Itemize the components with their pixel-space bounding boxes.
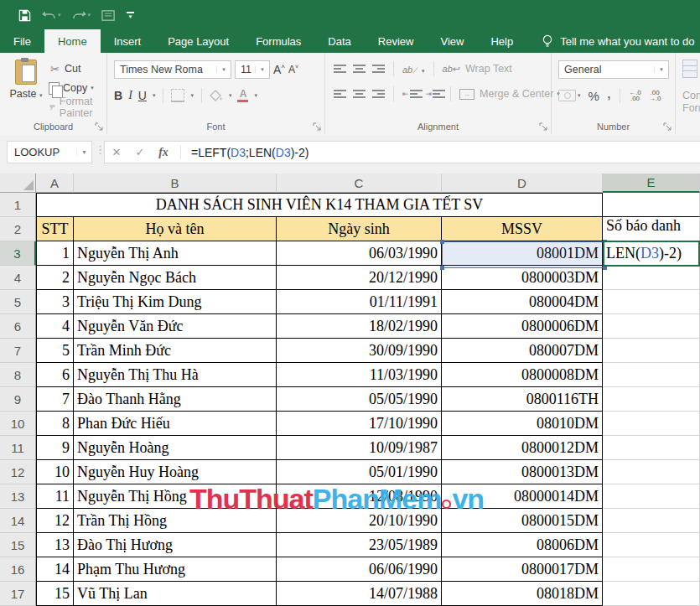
touch-mode-icon[interactable]: [101, 9, 116, 22]
cell-name-header[interactable]: Họ và tên: [74, 217, 277, 241]
row-header-2[interactable]: 2: [0, 217, 36, 241]
borders-button[interactable]: [171, 89, 184, 102]
tab-data[interactable]: Data: [314, 29, 364, 53]
cell-E14[interactable]: [603, 509, 700, 533]
cell-A16[interactable]: 14: [36, 557, 74, 582]
cell-B3[interactable]: Nguyễn Thị Anh: [74, 241, 277, 266]
column-header-A[interactable]: A: [36, 174, 74, 193]
row-header-6[interactable]: 6: [0, 314, 36, 339]
insert-function-button[interactable]: fx: [152, 146, 175, 159]
font-size-combobox[interactable]: 11 ▾: [235, 60, 270, 79]
save-icon[interactable]: [18, 9, 31, 22]
redo-icon[interactable]: ▾: [72, 9, 91, 21]
middle-align-button[interactable]: [353, 65, 366, 73]
row-header-15[interactable]: 15: [0, 533, 36, 557]
tab-insert[interactable]: Insert: [101, 29, 155, 53]
name-box-dropdown-icon[interactable]: ▾: [76, 148, 91, 156]
clipboard-dialog-launcher[interactable]: [95, 122, 104, 132]
cell-D8[interactable]: 0800008DM: [442, 363, 603, 387]
cell-D5[interactable]: 080004DM: [442, 290, 603, 314]
cell-C12[interactable]: 05/01/1990: [277, 460, 442, 484]
cell-A13[interactable]: 11: [36, 484, 74, 509]
cell-C16[interactable]: 06/06/1990: [277, 557, 442, 582]
underline-dropdown-icon[interactable]: ▾: [153, 92, 156, 99]
cell-A5[interactable]: 3: [36, 290, 74, 314]
accounting-format-button[interactable]: ▾: [558, 90, 581, 101]
cell-D15[interactable]: 08006DM: [442, 533, 603, 557]
cell-E3-editing[interactable]: LEN(D3)-2): [603, 241, 700, 267]
customize-qat-icon[interactable]: ▾: [127, 12, 134, 18]
row-header-3[interactable]: 3: [0, 241, 36, 266]
cell-B6[interactable]: Nguyễn Văn Đức: [74, 314, 277, 339]
cell-C7[interactable]: 30/09/1990: [277, 339, 442, 363]
percent-style-button[interactable]: %: [589, 89, 599, 103]
formula-input[interactable]: =LEFT(D3;LEN(D3)-2): [186, 146, 309, 159]
cell-C10[interactable]: 17/10/1990: [277, 412, 442, 436]
cell-title[interactable]: DANH SÁCH SINH VIÊN K14 THAM GIA TẾT SV: [36, 193, 603, 217]
increase-decimal-button[interactable]: ←.0.00: [629, 90, 641, 101]
increase-font-size-button[interactable]: A˄: [273, 63, 285, 76]
cell-C15[interactable]: 23/05/1989: [277, 533, 442, 557]
cell-B5[interactable]: Triệu Thị Kim Dung: [74, 290, 277, 314]
cell-D9[interactable]: 0800116TH: [442, 387, 603, 412]
cell-E8[interactable]: [603, 363, 700, 387]
cell-E9[interactable]: [603, 387, 700, 412]
italic-button[interactable]: I: [128, 89, 132, 102]
column-header-D[interactable]: D: [442, 174, 603, 193]
align-center-button[interactable]: [353, 90, 366, 98]
align-left-button[interactable]: [334, 90, 346, 98]
row-header-8[interactable]: 8: [0, 363, 36, 387]
tab-view[interactable]: View: [427, 29, 477, 53]
cell-A9[interactable]: 7: [36, 387, 74, 412]
cell-E4[interactable]: [603, 266, 700, 290]
cell-E11[interactable]: [603, 436, 700, 460]
cell-B11[interactable]: Nguyễn Hoàng: [74, 436, 277, 460]
top-align-button[interactable]: [334, 65, 346, 73]
tab-page-layout[interactable]: Page Layout: [154, 29, 242, 53]
name-box[interactable]: LOOKUP ▾: [7, 141, 92, 163]
bottom-align-button[interactable]: [372, 65, 385, 73]
row-header-11[interactable]: 11: [0, 436, 36, 460]
cell-E10[interactable]: [603, 412, 700, 436]
cell-D3[interactable]: 08001DM: [442, 241, 603, 266]
cell-C4[interactable]: 20/12/1990: [277, 266, 442, 290]
cell-B15[interactable]: Đào Thị Hương: [74, 533, 277, 557]
number-dialog-launcher[interactable]: [663, 122, 672, 132]
cell-E6[interactable]: [603, 314, 700, 339]
cell-B16[interactable]: Phạm Thu Hương: [74, 557, 277, 582]
increase-indent-button[interactable]: ⇥: [426, 90, 443, 98]
decrease-indent-button[interactable]: ⇤: [402, 90, 419, 98]
cell-E17[interactable]: [603, 582, 700, 606]
format-painter-button[interactable]: Format Painter: [49, 100, 106, 115]
column-header-C[interactable]: C: [277, 174, 442, 193]
comma-style-button[interactable]: ,: [607, 89, 611, 97]
cancel-button[interactable]: ✕: [105, 146, 128, 158]
cell-A4[interactable]: 2: [36, 266, 74, 290]
row-header-10[interactable]: 10: [0, 412, 36, 436]
cell-A6[interactable]: 4: [36, 314, 74, 339]
wrap-text-button[interactable]: ab↩ Wrap Text: [443, 63, 512, 75]
row-header-5[interactable]: 5: [0, 290, 36, 314]
cell-C17[interactable]: 14/07/1988: [277, 582, 442, 606]
decrease-decimal-button[interactable]: .00→.0: [649, 90, 661, 101]
cell-A15[interactable]: 13: [36, 533, 74, 557]
enter-button[interactable]: ✓: [128, 146, 152, 158]
cell-E16[interactable]: [603, 557, 700, 582]
cell-D10[interactable]: 08010DM: [442, 412, 603, 436]
row-header-14[interactable]: 14: [0, 509, 36, 533]
cell-D17[interactable]: 08018DM: [442, 582, 603, 606]
cell-B8[interactable]: Nguyễn Thị Thu Hà: [74, 363, 277, 387]
cut-button[interactable]: ✂ Cut: [49, 61, 80, 76]
row-header-13[interactable]: 13: [0, 484, 36, 509]
cell-E5[interactable]: [603, 290, 700, 314]
cell-C5[interactable]: 01/11/1991: [277, 290, 442, 314]
font-color-dropdown-icon[interactable]: ▾: [254, 92, 257, 99]
cell-B10[interactable]: Phan Đức Hiếu: [74, 412, 277, 436]
fill-color-button[interactable]: [210, 90, 223, 102]
row-header-16[interactable]: 16: [0, 557, 36, 582]
tell-me-box[interactable]: Tell me what you want to do: [542, 29, 694, 53]
cell-E7[interactable]: [603, 339, 700, 363]
number-format-combobox[interactable]: General ▾: [558, 60, 669, 79]
cell-A17[interactable]: 15: [36, 582, 74, 606]
cell-D11[interactable]: 0800012DM: [442, 436, 603, 460]
